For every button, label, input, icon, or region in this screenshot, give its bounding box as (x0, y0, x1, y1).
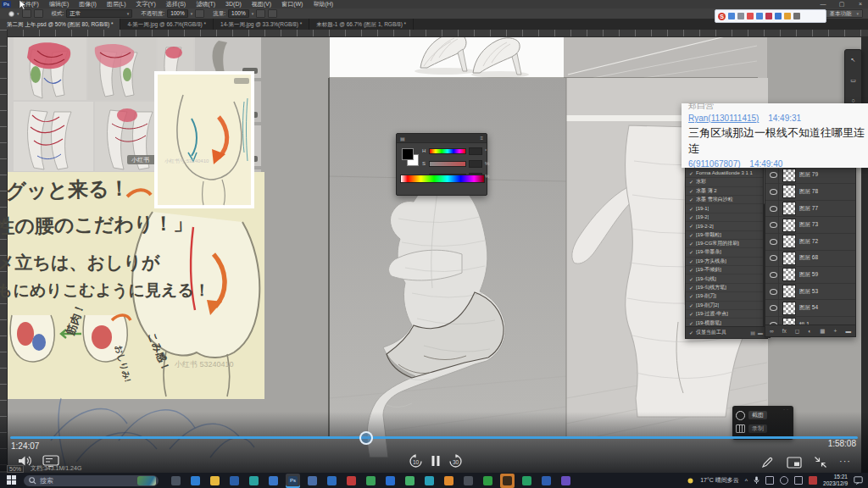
search-highlight-thumbnail[interactable] (137, 476, 156, 485)
notification-center-icon[interactable] (854, 476, 863, 485)
more-options-button[interactable]: ··· (839, 456, 851, 466)
player-progress-bar[interactable] (10, 436, 858, 439)
layer-thumbnail[interactable] (782, 302, 796, 315)
layer-row[interactable]: 图层 72 (765, 234, 855, 251)
visibility-toggle[interactable] (768, 201, 779, 217)
menu-view[interactable]: 视图(V) (247, 0, 276, 8)
taskbar-app-icon[interactable] (325, 474, 339, 488)
chat-user-link[interactable]: 6(911067807) (688, 159, 741, 168)
taskbar-app-icon[interactable]: Ps (286, 474, 300, 488)
ime-icon[interactable] (737, 13, 744, 19)
brush-preset-row[interactable]: ✓ [19-削刀] (686, 292, 763, 301)
visibility-toggle[interactable] (768, 234, 779, 250)
ime-icon[interactable] (775, 13, 782, 19)
layer-thumbnail[interactable] (782, 169, 796, 182)
link-layers-icon[interactable]: ∞ (770, 328, 774, 334)
layer-row[interactable]: 图层 59 (765, 267, 855, 284)
pressure-opacity-icon[interactable] (195, 9, 204, 18)
ime-icon[interactable] (784, 13, 791, 19)
brush-preset-row[interactable]: ✓ Forma Aduatillonde 3 1 1 (686, 169, 763, 178)
brush-footer-icons[interactable]: ▤▬ (750, 330, 765, 336)
ime-icon[interactable] (747, 13, 754, 19)
rewind-10-icon[interactable]: 10 (408, 454, 424, 469)
visibility-toggle[interactable] (768, 284, 779, 300)
layer-row[interactable]: 图层 53 (765, 284, 855, 301)
taskbar-clock[interactable]: 15:21 2023/12/9 (823, 474, 848, 487)
document-tab[interactable]: 4-第一周.jpg @ 66.7%(RGB/8) * (120, 19, 214, 30)
blend-mode-select[interactable]: 正常▾ (66, 9, 132, 18)
taskbar-app-icon[interactable] (364, 474, 378, 488)
smoothing-icon[interactable] (268, 9, 277, 18)
brush-preset-row[interactable]: ✓ [19-不倾斜] (686, 266, 763, 274)
visibility-toggle[interactable] (768, 267, 779, 283)
layer-mask-icon[interactable]: ◻ (795, 328, 799, 335)
visibility-toggle[interactable] (768, 251, 779, 267)
brush-preset-row[interactable]: ✓ 水墨 薄 2 (686, 187, 763, 196)
visibility-toggle[interactable] (768, 168, 779, 184)
ime-toolbar[interactable]: S (715, 9, 826, 23)
menu-edit[interactable]: 编辑(E) (44, 0, 74, 8)
brush-preset-row[interactable]: ✓ 水墨 雪埃白沙粒 (686, 196, 763, 204)
pip-icon[interactable] (787, 457, 802, 469)
annotate-pencil-icon[interactable] (760, 456, 774, 469)
color-panel-tab-icon[interactable]: ▤ (400, 136, 405, 141)
brush-preset-row[interactable]: ✓ [19-2-2] (686, 222, 763, 230)
brush-preset-row[interactable]: ✓ [19-方头线条] (686, 258, 763, 266)
taskbar-app-icon[interactable] (481, 474, 495, 488)
layer-row[interactable]: 图层 79 (765, 168, 855, 185)
airbrush-icon[interactable] (256, 9, 265, 18)
taskbar-app-icon[interactable] (227, 474, 242, 488)
layer-row[interactable]: 图层 73 (765, 217, 855, 234)
layer-thumbnail[interactable] (782, 268, 796, 281)
taskbar-app-icon[interactable] (266, 474, 281, 488)
layer-thumbnail[interactable] (782, 235, 796, 248)
forward-30-icon[interactable]: 30 (448, 454, 464, 469)
close-button[interactable]: × (854, 0, 866, 8)
taskbar-app-icon[interactable] (188, 474, 203, 488)
taskbar-app-icon[interactable] (305, 474, 320, 488)
taskbar-app-icon[interactable] (520, 474, 534, 488)
microphone-icon[interactable] (754, 476, 760, 485)
brush-preset-row[interactable]: ✓ [19-横廓笔] (686, 319, 763, 326)
menu-filter[interactable]: 滤镜(T) (191, 0, 220, 8)
player-progress-knob[interactable] (359, 431, 373, 445)
weather-text[interactable]: 17°C 晴间多云 (700, 476, 739, 485)
opacity-value[interactable]: 100% (167, 9, 188, 18)
visibility-toggle[interactable] (768, 217, 779, 233)
taskbar-app-icon[interactable] (442, 474, 456, 488)
document-tab[interactable]: 未标题-1 @ 66.7% (图层 1, RGB/8) * (309, 19, 414, 30)
layer-thumbnail[interactable] (782, 219, 796, 232)
ime-icon[interactable] (756, 13, 763, 19)
layer-style-icon[interactable]: fx (782, 328, 787, 334)
adjustment-layer-icon[interactable]: ◐ (808, 328, 811, 334)
brush-preset-icon[interactable] (8, 11, 14, 17)
brush-preset-row[interactable]: ✓ 水彩 (686, 178, 763, 186)
menu-help[interactable]: 帮助(H) (308, 0, 338, 8)
visibility-toggle[interactable] (768, 184, 779, 200)
brush-preset-row[interactable]: ✓ [19-CG常用的排刷] (686, 240, 763, 248)
layer-row[interactable]: 图层 68 (765, 251, 855, 268)
brush-preset-row[interactable]: ✓ [19-勾线] (686, 274, 763, 283)
new-layer-icon[interactable]: + (834, 328, 837, 334)
brush-preset-row[interactable]: ✓ [19-1] (686, 204, 763, 213)
color-panel-menu-icon[interactable]: ≡ (480, 136, 483, 141)
brush-preset-row[interactable]: ✓ [19-过渡-中点] (686, 310, 763, 319)
menu-image[interactable]: 图像(I) (74, 0, 102, 8)
delete-layer-icon[interactable]: ▬ (845, 328, 851, 334)
exit-fullscreen-icon[interactable] (814, 456, 827, 469)
brush-preset-row[interactable]: ✓ [19-削刀2] (686, 302, 763, 310)
taskbar-app-icon[interactable] (169, 474, 183, 488)
restore-button[interactable]: ▢ (836, 0, 848, 8)
brush-preset-row[interactable]: ✓ [19-勾线方笔] (686, 284, 763, 292)
taskbar-app-icon[interactable] (208, 474, 222, 488)
marquee-tool-icon[interactable]: ▭ (850, 77, 856, 84)
menu-layer[interactable]: 图层(L) (102, 0, 131, 8)
menu-select[interactable]: 选择(S) (161, 0, 191, 8)
taskbar-app-icon[interactable] (403, 474, 417, 488)
flow-value[interactable]: 100% (228, 9, 249, 18)
document-tab[interactable]: 14-第一周.jpg @ 33.3%(RGB/8) * (214, 19, 309, 30)
taskbar-app-icon[interactable] (539, 474, 554, 488)
menu-3d[interactable]: 3D(D) (220, 0, 247, 8)
hue-slider[interactable] (429, 148, 466, 154)
taskbar-search[interactable]: 搜索 (24, 475, 159, 486)
